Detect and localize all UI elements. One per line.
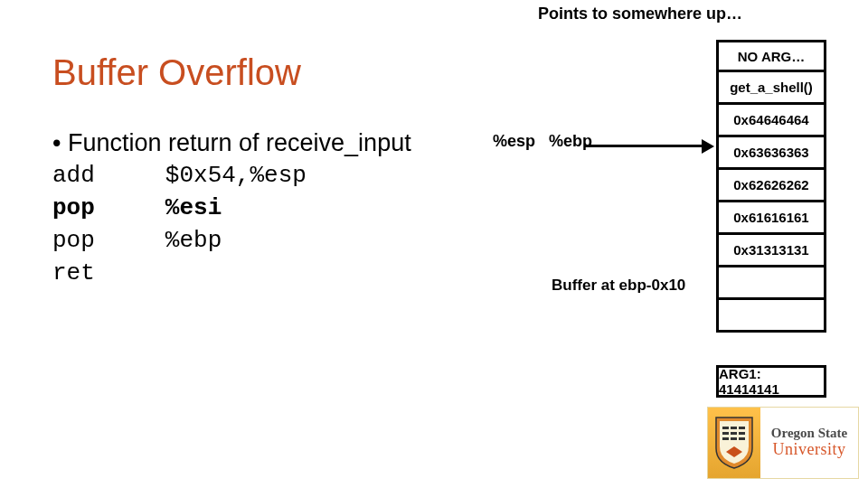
stack-cell: 0x61616161 xyxy=(716,202,826,235)
logo-line-2: University xyxy=(773,440,846,459)
asm-row-3: pop %ebp xyxy=(52,225,411,258)
svg-rect-6 xyxy=(722,437,729,440)
register-pointers: %esp %ebp xyxy=(493,132,592,151)
asm-op: pop xyxy=(52,194,95,221)
ebp-label: %ebp xyxy=(549,132,592,150)
top-annotation: Points to somewhere up… xyxy=(538,5,742,23)
asm-row-1: add $0x54,%esp xyxy=(52,160,411,192)
svg-rect-5 xyxy=(739,432,745,435)
slide-title: Buffer Overflow xyxy=(52,52,301,93)
pointer-arrow-head-icon xyxy=(702,139,714,154)
stack-cell: 0x62626262 xyxy=(716,170,826,202)
asm-op: pop xyxy=(52,227,95,254)
asm-op: ret xyxy=(52,259,95,286)
bullet-line: • Function return of receive_input xyxy=(52,127,411,160)
stack-cell: get_a_shell() xyxy=(716,72,826,105)
osu-logo: Oregon State University xyxy=(707,407,859,479)
svg-rect-8 xyxy=(739,437,745,440)
buffer-annotation: Buffer at ebp-0x10 xyxy=(552,277,685,295)
svg-rect-7 xyxy=(731,437,737,440)
stack-cell: 0x63636363 xyxy=(716,137,826,170)
stack-cell: NO ARG… xyxy=(716,40,826,72)
stack-cell: 0x31313131 xyxy=(716,235,826,267)
asm-op: add xyxy=(52,162,95,189)
stack-cell-arg1: ARG1: 41414141 xyxy=(716,365,826,398)
stack-diagram: NO ARG… get_a_shell() 0x64646464 0x63636… xyxy=(716,40,826,333)
svg-rect-1 xyxy=(731,427,737,429)
asm-arg: $0x54,%esp xyxy=(165,162,307,189)
content-block: • Function return of receive_input add $… xyxy=(52,127,411,290)
asm-row-2: pop %esi xyxy=(52,192,411,225)
stack-cell xyxy=(716,300,826,333)
svg-rect-3 xyxy=(722,432,729,435)
arg1-cell: ARG1: 41414141 xyxy=(716,365,826,398)
osu-shield-icon xyxy=(708,408,760,478)
esp-label: %esp xyxy=(493,132,535,150)
stack-cell: 0x64646464 xyxy=(716,105,826,137)
pointer-arrow-line xyxy=(585,145,704,147)
osu-logo-text: Oregon State University xyxy=(760,408,858,478)
asm-arg: %esi xyxy=(165,194,222,221)
stack-cell xyxy=(716,267,826,300)
svg-rect-2 xyxy=(739,427,745,429)
svg-rect-4 xyxy=(731,432,737,435)
logo-line-1: Oregon State xyxy=(771,427,847,441)
svg-rect-0 xyxy=(722,427,729,429)
asm-row-4: ret xyxy=(52,258,411,290)
asm-arg: %ebp xyxy=(165,227,222,254)
